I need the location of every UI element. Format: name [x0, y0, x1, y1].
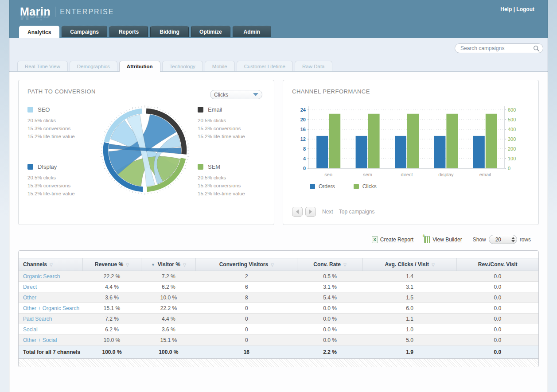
tab-reports[interactable]: Reports — [109, 26, 148, 37]
subtab-demographics[interactable]: Demographics — [70, 61, 117, 71]
column-header-avg-clicks[interactable]: Avg. Clicks / Visit▽ — [363, 258, 457, 271]
svg-text:8: 8 — [303, 146, 306, 151]
filter-icon[interactable]: ▽ — [126, 263, 129, 267]
top-header: Marin ENTERPRISE Marin Help | Logout Ana… — [9, 0, 548, 38]
channel-link[interactable]: Other + Social — [23, 337, 57, 343]
channel-performance-chart: 048121620240100200300400500600seosemdire… — [292, 104, 530, 182]
help-link[interactable]: Help — [500, 6, 512, 12]
brand-suffix: ENTERPRISE — [60, 8, 114, 16]
create-report-link[interactable]: X Create Report — [372, 236, 413, 243]
show-label: Show — [473, 237, 486, 243]
metric-dropdown-value: Clicks — [214, 92, 228, 98]
session-links: Help | Logout — [500, 6, 534, 12]
table-footer-strip — [19, 359, 538, 367]
sem-swatch — [198, 164, 203, 170]
spreadsheet-icon: X — [372, 236, 378, 243]
sub-tab-bar: Real Time View Demographics Attribution … — [17, 61, 332, 72]
channel-link[interactable]: Paid Search — [23, 316, 52, 322]
legend-conversions: 15.3% conversions — [198, 124, 258, 132]
seo-swatch — [27, 107, 33, 113]
stepper-arrows-icon[interactable] — [511, 237, 515, 242]
view-builder-label: View Builder — [432, 237, 462, 243]
view-builder-link[interactable]: View Builder — [424, 236, 462, 243]
filter-icon[interactable]: ▽ — [50, 263, 53, 267]
channel-link[interactable]: Other — [23, 295, 36, 301]
prev-page-button[interactable] — [292, 207, 303, 217]
legend-name: Email — [208, 106, 222, 113]
legend-lifetime: 15.2% life-time value — [198, 132, 258, 140]
svg-text:24: 24 — [300, 107, 306, 113]
metric-dropdown[interactable]: Clicks — [210, 90, 262, 99]
tab-admin[interactable]: Admin — [233, 26, 271, 37]
channel-link[interactable]: Social — [23, 326, 38, 333]
filter-icon[interactable]: ▽ — [183, 263, 186, 267]
channel-link[interactable]: Direct — [23, 284, 37, 290]
column-header-channels[interactable]: Channels▽ — [19, 258, 82, 271]
next-page-button[interactable] — [305, 207, 316, 217]
svg-text:email: email — [479, 172, 491, 177]
legend-lifetime: 15.2% life-time value — [27, 190, 98, 198]
svg-text:500: 500 — [508, 117, 516, 122]
tab-bidding[interactable]: Bidding — [150, 26, 189, 37]
clicks-label: Clicks — [362, 183, 377, 190]
column-header-conv-rate[interactable]: Conv. Rate▽ — [297, 258, 363, 271]
table-row: Social 6.2 %3.6 % 00.0 % 1.00.0 — [19, 324, 538, 335]
legend-item-sem: SEM 20.5% clicks 15.3% conversions 15.2%… — [198, 163, 258, 198]
table-row: Organic Search 22.2 %7.2 % 20.5 % 1.40.0 — [19, 271, 538, 282]
subtab-attribution[interactable]: Attribution — [119, 61, 160, 72]
legend-name: SEM — [208, 163, 220, 170]
legend-name: DIsplay — [38, 163, 57, 170]
tab-analytics[interactable]: Analytics — [19, 26, 59, 38]
logout-link[interactable]: Logout — [516, 6, 534, 12]
subtab-customer-lifetime[interactable]: Customer Lifetime — [237, 61, 293, 71]
channel-link[interactable]: Other + Organic Search — [23, 305, 79, 311]
svg-text:display: display — [438, 172, 454, 177]
search-icon[interactable] — [533, 45, 540, 54]
legend-conversions: 15.3% conversions — [27, 124, 98, 132]
page-container: Marin ENTERPRISE Marin Help | Logout Ana… — [9, 0, 548, 392]
search-input[interactable] — [455, 43, 543, 53]
filter-icon[interactable]: ▽ — [271, 263, 274, 267]
filter-icon[interactable]: ▽ — [343, 263, 347, 267]
legend-clicks: 20.5% clicks — [198, 174, 258, 182]
tab-campaigns[interactable]: Campaigns — [62, 26, 107, 37]
filter-icon[interactable]: ▽ — [432, 263, 435, 267]
subtab-technology[interactable]: Technology — [162, 61, 203, 71]
tab-optimize[interactable]: Optimize — [191, 26, 230, 37]
clicks-swatch — [354, 184, 359, 189]
svg-text:600: 600 — [508, 107, 516, 113]
column-header-visitor[interactable]: ▼Visitor %▽ — [141, 258, 196, 271]
column-header-revenue[interactable]: Revenue %▽ — [82, 258, 141, 271]
svg-text:300: 300 — [508, 136, 516, 142]
svg-text:16: 16 — [300, 127, 306, 132]
subtab-mobile[interactable]: Mobile — [205, 61, 235, 71]
svg-text:4: 4 — [303, 156, 306, 161]
rows-stepper[interactable]: 20 — [489, 235, 517, 244]
table-header-row: Channels▽ Revenue %▽ ▼Visitor %▽ Convert… — [19, 258, 538, 271]
subtab-real-time-view[interactable]: Real Time View — [17, 61, 68, 71]
column-header-rev-conv-visit[interactable]: Rev./Conv. Visit — [457, 258, 538, 271]
channel-link[interactable]: Organic Search — [23, 273, 60, 279]
legend-clicks: 20.5% clicks — [198, 116, 258, 124]
pagination-label: Next – Top campaigns — [322, 209, 375, 215]
channel-panel-title: CHANNEL PERFORMANCE — [292, 88, 530, 95]
svg-text:200: 200 — [508, 146, 516, 151]
path-to-conversion-panel: PATH TO CONVERSION Clicks SEO 20.5% clic… — [18, 80, 274, 225]
legend-item-email: Email 20.5% clicks 15.3% conversions 15.… — [198, 106, 258, 140]
rows-label: rows — [520, 237, 531, 243]
channels-table: Channels▽ Revenue %▽ ▼Visitor %▽ Convert… — [19, 258, 538, 359]
legend-conversions: 15.3% conversions — [27, 182, 98, 190]
show-rows-control: Show 20 rows — [473, 235, 531, 244]
email-swatch — [198, 107, 203, 113]
table-row: Other + Organic Search 15.1 %22.2 % 00.0… — [19, 303, 538, 314]
svg-text:0: 0 — [508, 166, 510, 171]
brand-reflection: Marin — [20, 9, 50, 22]
subtab-raw-data[interactable]: Raw Data — [295, 61, 332, 71]
orders-swatch — [310, 184, 315, 189]
path-panel-body: SEO 20.5% clicks 15.3% conversions 15.2%… — [27, 106, 265, 221]
svg-text:sem: sem — [363, 172, 372, 177]
svg-text:400: 400 — [508, 127, 516, 132]
column-header-converting-visitors[interactable]: Converting Visitors▽ — [196, 258, 297, 271]
svg-text:12: 12 — [300, 136, 306, 142]
secondary-band: Real Time View Demographics Attribution … — [9, 38, 548, 72]
